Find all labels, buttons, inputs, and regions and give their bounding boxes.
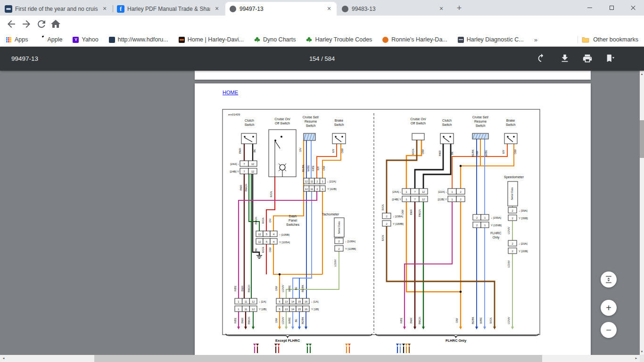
svg-text:Switch: Switch [334, 123, 344, 126]
tab-close-icon[interactable]: × [213, 5, 221, 13]
tab-close-icon[interactable]: × [325, 5, 333, 13]
pdf-page: HOME 71271212112112112112541254221111211… [195, 83, 591, 362]
horizontal-scrollbar[interactable]: ◄ ► [0, 355, 640, 362]
scroll-left-icon[interactable]: ◄ [0, 355, 7, 362]
svg-text:↓ [1A]: ↓ [1A] [311, 300, 319, 303]
svg-text:↓ [158A]: ↓ [158A] [393, 215, 403, 218]
new-tab-button[interactable]: + [454, 3, 465, 14]
svg-text:BK/R: BK/R [410, 209, 413, 215]
svg-text:BE/BK: BE/BK [301, 285, 304, 292]
bookmark-dyno-charts[interactable]: Dyno Charts [254, 36, 296, 43]
zoom-out-button[interactable]: − [601, 322, 617, 338]
pdf-favicon-icon [230, 6, 236, 12]
bookmark-hdforums[interactable]: http://www.hdforu... [109, 36, 168, 43]
svg-text:Tachometer: Tachometer [322, 213, 339, 216]
svg-text:FLHRC: FLHRC [490, 231, 501, 235]
svg-text:11: 11 [310, 180, 313, 183]
svg-text:O/W: O/W [455, 318, 458, 323]
svg-text:R/GN: R/GN [412, 148, 414, 155]
forum-favicon-icon [5, 5, 12, 13]
svg-text:LGN/V: LGN/V [281, 317, 284, 324]
pdf-page-indicator[interactable]: 154 / 584 [0, 55, 644, 62]
rotate-icon[interactable] [537, 53, 547, 64]
bookmark-trouble-codes[interactable]: Harley Trouble Codes [306, 36, 372, 43]
svg-text:12: 12 [305, 180, 308, 183]
svg-text:1: 1 [484, 216, 486, 219]
tab-close-icon[interactable]: × [101, 5, 108, 13]
back-icon[interactable] [6, 18, 17, 30]
svg-text:LGN/V: LGN/V [334, 259, 337, 267]
svg-text:11: 11 [245, 300, 248, 303]
bookmark-label: Dyno Charts [263, 36, 296, 43]
svg-text:R/Y: R/Y [502, 149, 505, 154]
other-bookmarks-button[interactable]: Other bookmarks [578, 36, 638, 43]
tab-title: Harley PDF Manual Trade & Shar [127, 6, 210, 12]
svg-text:Off Switch: Off Switch [275, 122, 290, 125]
zoom-in-button[interactable]: + [601, 300, 617, 316]
svg-text:Brake: Brake [335, 119, 343, 122]
bookmark-diagnostic[interactable]: Harley Diagnostic C... [458, 36, 524, 43]
horizontal-scroll-thumb[interactable] [94, 355, 542, 362]
scroll-up-icon[interactable]: ▲ [640, 71, 644, 77]
svg-text:BE: BE [295, 287, 297, 290]
tab-strip: First ride of the year and no cruis × Ha… [0, 0, 644, 16]
svg-text:1: 1 [484, 224, 486, 227]
svg-text:14: 14 [291, 308, 294, 311]
scroll-down-icon[interactable]: ▼ [640, 348, 644, 355]
bookmark-flag-icon[interactable] [605, 53, 616, 64]
svg-text:Serial Data: Serial Data [338, 221, 340, 234]
svg-text:FLHRC Only: FLHRC Only [446, 338, 467, 343]
tab-title: 99497-13 [239, 6, 322, 12]
bookmark-harley-home[interactable]: Home | Harley-Davi... [179, 36, 244, 43]
minimize-button[interactable] [579, 0, 601, 16]
minimize-icon [587, 8, 592, 8]
svg-text:O/W: O/W [275, 286, 278, 291]
bookmark-yahoo[interactable]: Yahoo [73, 36, 98, 43]
svg-text:2: 2 [460, 198, 461, 201]
close-window-button[interactable] [622, 0, 644, 16]
bookmark-ronnies[interactable]: Ronnie's Harley-Da... [382, 36, 447, 43]
svg-text:Cruise On/: Cruise On/ [410, 117, 426, 121]
svg-text:R/BE: R/BE [234, 285, 237, 291]
svg-text:BK: BK [451, 151, 454, 155]
vertical-scroll-thumb[interactable] [640, 120, 644, 158]
svg-text:O/W: O/W [275, 318, 278, 323]
tab-title: First ride of the year and no cruis [15, 6, 98, 12]
bookmark-apps[interactable]: Apps [6, 36, 28, 43]
tab-title: 99483-13 [352, 6, 435, 12]
scroll-right-icon[interactable]: ► [633, 355, 640, 362]
reload-icon[interactable] [36, 18, 47, 30]
tab-first-ride[interactable]: First ride of the year and no cruis × [1, 2, 112, 16]
home-icon[interactable] [50, 18, 61, 30]
svg-text:16: 16 [305, 300, 307, 303]
svg-text:1: 1 [405, 198, 407, 201]
svg-text:O/W: O/W [341, 148, 344, 153]
bookmark-label: Harley Trouble Codes [315, 36, 372, 43]
svg-text:W/BE: W/BE [485, 150, 487, 156]
print-icon[interactable] [582, 53, 593, 64]
svg-text:Y [1B]: Y [1B] [311, 308, 319, 311]
svg-text:Panel: Panel [289, 219, 297, 222]
forward-icon[interactable] [21, 18, 32, 30]
vertical-scrollbar[interactable]: ▲ ▼ [640, 71, 644, 355]
svg-text:7: 7 [414, 198, 415, 201]
tab-close-icon[interactable]: × [438, 5, 445, 13]
svg-text:Switch: Switch [506, 123, 516, 126]
tab-harley-pdf-manual[interactable]: Harley PDF Manual Trade & Shar × [113, 2, 224, 16]
bookmarks-overflow-icon[interactable]: » [534, 36, 537, 43]
svg-text:Brake: Brake [506, 119, 515, 122]
pdf-favicon-icon [342, 6, 348, 12]
svg-text:↑ [105B]: ↑ [105B] [279, 233, 289, 236]
maximize-button[interactable] [601, 0, 622, 16]
download-icon[interactable] [560, 53, 570, 64]
svg-text:Off Switch: Off Switch [411, 122, 426, 125]
bookmark-apple[interactable]: Apple [39, 36, 63, 43]
svg-text:↓ [159A]: ↓ [159A] [491, 216, 501, 219]
svg-text:Cruise On/: Cruise On/ [274, 117, 290, 121]
svg-text:7: 7 [243, 170, 245, 173]
fit-page-button[interactable] [601, 272, 617, 288]
tab-99483-13[interactable]: 99483-13 × [338, 2, 449, 16]
tab-99497-13-active[interactable]: 99497-13 × [225, 2, 337, 16]
svg-text:2: 2 [476, 224, 478, 227]
svg-text:BK/GN: BK/GN [418, 209, 421, 217]
